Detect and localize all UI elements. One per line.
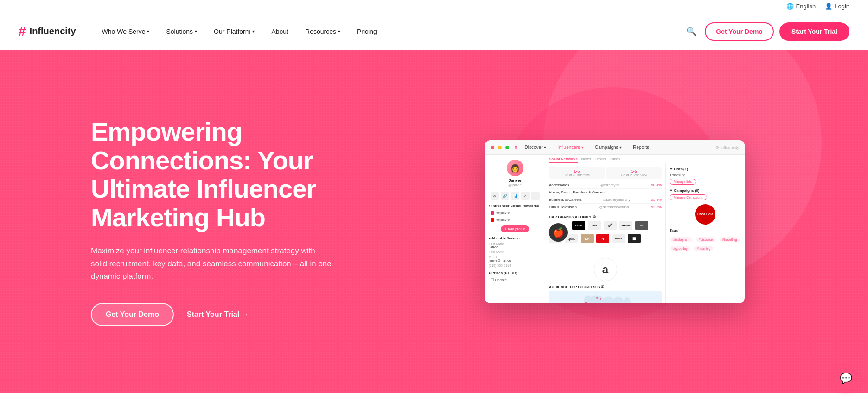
mockup-countries-title: AUDIENCE TOP COUNTRIES ① <box>549 285 662 289</box>
mockup-cat-row-3: Business & Careers @kathleymurphy 55.4% <box>549 196 662 204</box>
mockup-center-panel: 1-5 0-5 of 20 interests 1-5 1-5 of 20 ov… <box>545 163 666 303</box>
svg-point-4 <box>624 297 631 303</box>
mockup-brand-bmw: BMW <box>612 234 625 243</box>
mockup-amazon-logo: a <box>594 258 617 281</box>
mockup-main-content: 1-5 0-5 of 20 interests 1-5 1-5 of 20 ov… <box>545 163 745 303</box>
logo[interactable]: # Influencity <box>19 25 76 38</box>
chat-bubble[interactable]: 💬 <box>835 367 857 390</box>
nav-links: Who We Serve Solutions Our Platform Abou… <box>95 24 684 39</box>
mockup-minimize-dot <box>498 146 502 149</box>
nav-item-pricing[interactable]: Pricing <box>350 24 384 39</box>
mockup-tag-instagram: #instagram <box>670 237 692 242</box>
hero-trial-button[interactable]: Start Your Trial → <box>187 310 249 319</box>
mockup-topbar-right: ⚙ Influencity <box>715 145 739 150</box>
mockup-brand-vans: VANS <box>572 221 585 230</box>
mockup-ig-label: @janvie <box>496 211 510 215</box>
mockup-map-svg <box>549 291 662 303</box>
nav-item-our-platform[interactable]: Our Platform <box>206 24 262 39</box>
mockup-field-email: Email janvie@mail.com <box>489 256 541 262</box>
mockup-action-share[interactable]: ↗ <box>521 192 530 200</box>
mockup-action-chart[interactable]: 📊 <box>511 192 519 200</box>
user-icon: 👤 <box>825 3 832 10</box>
mockup-tags-section: Tags #instagram #distance #travelling #g… <box>670 228 741 252</box>
hero-demo-button[interactable]: Get Your Demo <box>91 303 174 326</box>
mockup-prices-update[interactable]: ☐ Update <box>489 277 541 283</box>
mockup-logo: # <box>515 145 517 150</box>
hero-mockup: # Discover ▾ Influencers ▾ Campaigns ▾ R… <box>415 140 814 303</box>
hero-title: Empowering Connections: Your Ultimate In… <box>91 117 388 232</box>
mockup-brand-netflix: N <box>596 234 609 243</box>
mockup-nav-discover[interactable]: Discover ▾ <box>521 144 550 151</box>
mockup-brand-lvmh: LV <box>581 234 594 243</box>
mockup-brand-more: ··· <box>635 221 648 230</box>
mockup-manage-lists-btn[interactable]: Manage lists <box>670 179 696 185</box>
mockup-yt-label: @janvie <box>496 218 510 222</box>
mockup-tab-prices[interactable]: Prices <box>610 157 620 163</box>
search-button[interactable]: 🔍 <box>683 24 699 39</box>
mockup-body: 👩 Janvie @janvie ✉ 🔗 📊 ↗ ⋯ ▸ Influencer … <box>485 155 745 303</box>
nav-item-solutions[interactable]: Solutions <box>159 24 204 39</box>
mockup-about-section: ▸ About Influencer First Name Janvie Las… <box>489 236 541 267</box>
mockup-brand-visual: 🍎 VANS Dior ✓ adidas ··· <box>549 221 662 258</box>
mockup-yt-dot <box>491 218 494 222</box>
mockup-avatar: 👩 <box>507 160 523 176</box>
hero-content: Empowering Connections: Your Ultimate In… <box>17 80 851 363</box>
mockup-stat-2: 1-5 1-5 of 20 overview <box>606 167 662 179</box>
mockup-campaigns-section: ✦ Campaigns (0) Manage Campaigns <box>670 188 741 200</box>
mockup-profile-name: Janvie <box>508 178 521 183</box>
svg-point-2 <box>602 297 614 304</box>
mockup-networks-title: ▸ Influencer Social Networks <box>489 204 541 208</box>
language-label: English <box>796 3 816 10</box>
demo-button[interactable]: Get Your Demo <box>705 22 774 41</box>
mockup-lists-section: ✦ Lists (1) Travelling Manage lists <box>670 167 741 185</box>
mockup-action-link[interactable]: 🔗 <box>501 192 509 200</box>
login-link[interactable]: 👤 Login <box>825 3 849 10</box>
mockup-cat-row-1: Accessories @mrcreyne 50.4% <box>549 181 662 189</box>
mockup-action-more[interactable]: ⋯ <box>531 192 540 200</box>
mockup-profile: 👩 Janvie @janvie <box>489 160 541 187</box>
hero-section: Empowering Connections: Your Ultimate In… <box>0 50 868 393</box>
mockup-cat-row-2: Home, Decor, Furniture & Garden <box>549 189 662 196</box>
mockup-network-yt[interactable]: @janvie <box>489 217 541 223</box>
nav-item-about[interactable]: About <box>264 24 296 39</box>
hero-text-block: Empowering Connections: Your Ultimate In… <box>91 117 388 326</box>
mockup-brand-adidas: adidas <box>619 221 632 230</box>
mockup-nav-campaigns[interactable]: Campaigns ▾ <box>591 144 625 151</box>
mockup-brand-dior: Dior <box>588 221 601 230</box>
svg-point-1 <box>589 295 604 303</box>
mockup-nav-reports[interactable]: Reports <box>629 144 653 151</box>
mockup-tab-notes[interactable]: Notes <box>581 157 591 163</box>
mockup-tab-emails[interactable]: Emails <box>595 157 606 163</box>
hero-actions: Get Your Demo Start Your Trial → <box>91 303 388 326</box>
mockup-field-lastname: Last Name <box>489 251 541 254</box>
mockup-prices-section: ▸ Prices (€ EUR) ☐ Update <box>489 271 541 283</box>
mockup-tag-distance: #distance <box>696 237 715 242</box>
mockup-tag-travelling: #travelling <box>720 237 740 242</box>
language-selector[interactable]: 🌐 English <box>786 3 816 10</box>
mockup-brand-nike: ✓ <box>604 221 617 230</box>
mockup-manage-campaigns-btn[interactable]: Manage Campaigns <box>670 194 707 200</box>
nav-item-who-we-serve[interactable]: Who We Serve <box>95 24 157 39</box>
mockup-cat-row-4: Film & Television @datelarecacrilan 52.8… <box>549 204 662 211</box>
mockup-list-item: Travelling <box>670 173 741 177</box>
mockup-right-panel: ✦ Lists (1) Travelling Manage lists ✦ Ca… <box>666 163 745 303</box>
mockup-categories: Accessories @mrcreyne 50.4% Home, Decor,… <box>549 181 662 211</box>
trial-button[interactable]: Start Your Trial <box>779 22 849 41</box>
mockup-tab-social[interactable]: Social Networks <box>549 157 578 163</box>
mockup-action-msg[interactable]: ✉ <box>491 192 499 200</box>
mockup-window: # Discover ▾ Influencers ▾ Campaigns ▾ R… <box>485 140 745 303</box>
mockup-add-profile-btn[interactable]: + Add profile <box>501 225 529 232</box>
mockup-network-ig[interactable]: @janvie <box>489 210 541 216</box>
mockup-lists-title: ✦ Lists (1) <box>670 167 741 171</box>
mockup-tabs: Social Networks Notes Emails Prices <box>545 155 745 163</box>
mockup-stat-1: 1-5 0-5 of 20 interests <box>549 167 605 179</box>
mockup-nav-influencers[interactable]: Influencers ▾ <box>554 144 587 151</box>
mockup-coke-section: Coca Cola <box>670 204 741 225</box>
mockup-cocacola-logo: Coca Cola <box>695 204 715 225</box>
mockup-prices-title: ▸ Prices (€ EUR) <box>489 271 541 275</box>
mockup-world-map <box>549 291 662 303</box>
nav-item-resources[interactable]: Resources <box>298 24 348 39</box>
mockup-tag-goodday: #goodday <box>670 246 690 251</box>
top-bar: 🌐 English 👤 Login <box>0 0 868 13</box>
mockup-apple-logo: 🍎 <box>549 223 568 242</box>
